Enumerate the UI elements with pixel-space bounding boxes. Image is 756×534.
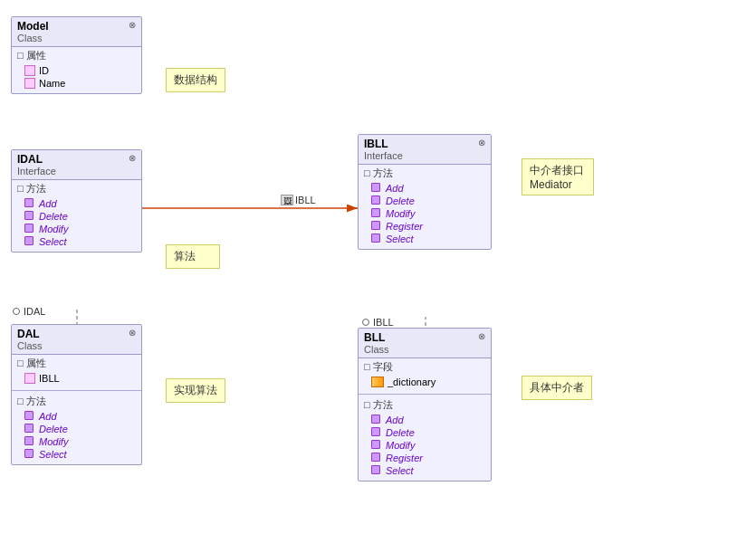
ibll-header: IBLL Interface ⊗ [359,135,491,165]
idal-select: Select [17,235,136,248]
model-id-label: ID [39,65,49,76]
diagram-canvas: 🖼 IBLL Model Class ⊗ □ 属性 ID Name 数据结构 [0,0,756,534]
idal-delete: Delete [17,210,136,223]
ibll-interface-label: IBLL [362,317,394,328]
ibll-select-icon [371,234,382,244]
ibll-add: Add [364,182,485,195]
dal-header: DAL Class ⊗ [12,325,141,355]
ibll-delete: Delete [364,195,485,207]
model-id-icon [24,65,35,76]
dal-attr-label: □ 属性 [17,357,136,370]
note-concrete-mediator-text: 具体中介者 [530,381,584,394]
bll-dictionary-label: _dictionary [388,377,435,387]
dal-delete: Delete [17,423,136,435]
idal-stereotype: Interface [17,166,56,176]
dal-ibll-attr: IBLL [17,372,136,385]
note-algorithm-text: 算法 [174,250,196,262]
idal-collapse-icon[interactable]: ⊗ [129,153,136,163]
note-mediator-interface: 中介者接口 Mediator [522,158,594,195]
ibll-methods-label: □ 方法 [364,167,485,180]
ibll-select: Select [364,233,485,245]
bll-stereotype: Class [364,344,389,355]
bll-add: Add [364,414,485,426]
ibll-methods-section: □ 方法 Add Delete Modify Register Select [359,165,491,249]
dal-select: Select [17,448,136,461]
model-attributes-section: □ 属性 ID Name [12,47,141,93]
model-id-item: ID [17,64,136,77]
idal-methods-label: □ 方法 [17,182,136,195]
note-data-structure-text: 数据结构 [174,73,217,86]
dal-stereotype: Class [17,340,43,351]
ibll-add-icon [371,183,382,194]
arrow-label: 🖼 IBLL [281,195,316,205]
dal-methods-label: □ 方法 [17,395,136,408]
bll-select: Select [364,464,485,477]
dal-delete-icon [24,424,35,434]
model-name-icon [24,78,35,89]
bll-register: Register [364,452,485,464]
idal-add-icon [24,198,35,209]
bll-fields-section: □ 字段 _dictionary [359,358,491,392]
ibll-class-box: IBLL Interface ⊗ □ 方法 Add Delete Modify … [358,134,492,250]
note-implement-algorithm-text: 实现算法 [174,384,217,396]
note-implement-algorithm: 实现算法 [166,378,225,403]
ibll-register: Register [364,220,485,233]
ibll-modify: Modify [364,207,485,220]
bll-collapse-icon[interactable]: ⊗ [478,331,485,341]
idal-methods-section: □ 方法 Add Delete Modify Select [12,180,141,252]
note-concrete-mediator: 具体中介者 [522,376,592,400]
ibll-stereotype: Interface [364,150,403,161]
dal-add-icon [24,411,35,422]
model-class-box: Model Class ⊗ □ 属性 ID Name [11,16,142,94]
ibll-label-text: IBLL [373,317,394,328]
ibll-register-icon [371,221,382,232]
idal-header: IDAL Interface ⊗ [12,150,141,180]
bll-header: BLL Class ⊗ [359,329,491,358]
ibll-circle-icon [362,319,369,326]
note-mediator-line1: 中介者接口 [530,163,586,178]
bll-methods-label: □ 方法 [364,398,485,412]
dal-collapse-icon[interactable]: ⊗ [129,328,136,338]
dal-ibll-label: IBLL [39,373,60,384]
bll-modify-icon [371,440,382,451]
model-name-item: Name [17,77,136,90]
bll-register-icon [371,453,382,463]
bll-delete-icon [371,427,382,438]
model-collapse-icon[interactable]: ⊗ [129,20,136,30]
idal-modify-icon [24,224,35,234]
bll-dictionary-item: _dictionary [364,376,485,388]
note-mediator-line2: Mediator [530,178,586,191]
ibll-collapse-icon[interactable]: ⊗ [478,138,485,148]
model-header: Model Class ⊗ [12,17,141,47]
note-data-structure: 数据结构 [166,68,225,92]
bll-title: BLL [364,331,389,344]
dal-title: DAL [17,328,43,340]
ibll-delete-icon [371,195,382,206]
ibll-modify-icon [371,208,382,219]
model-attr-label: □ 属性 [17,49,136,62]
idal-class-box: IDAL Interface ⊗ □ 方法 Add Delete Modify … [11,149,142,253]
idal-circle-icon [13,308,20,315]
model-name-label: Name [39,78,65,89]
bll-delete: Delete [364,426,485,439]
dal-class-box: DAL Class ⊗ □ 属性 IBLL □ 方法 Add Delete Mo… [11,324,142,465]
dal-modify-icon [24,436,35,447]
idal-modify: Modify [17,223,136,235]
idal-interface-label: IDAL [13,306,45,317]
model-title: Model [17,20,49,33]
dal-select-icon [24,449,35,460]
dal-methods-section: □ 方法 Add Delete Modify Select [12,393,141,464]
model-stereotype: Class [17,33,49,43]
dal-modify: Modify [17,435,136,448]
dal-attributes-section: □ 属性 IBLL [12,355,141,388]
idal-label-text: IDAL [24,306,45,317]
bll-add-icon [371,415,382,425]
idal-select-icon [24,236,35,247]
idal-delete-icon [24,211,35,222]
idal-title: IDAL [17,153,56,166]
bll-dictionary-icon [371,377,384,387]
idal-add: Add [17,197,136,210]
dal-ibll-icon [24,373,35,384]
bll-methods-section: □ 方法 Add Delete Modify Register Select [359,396,491,481]
ibll-title: IBLL [364,138,403,150]
